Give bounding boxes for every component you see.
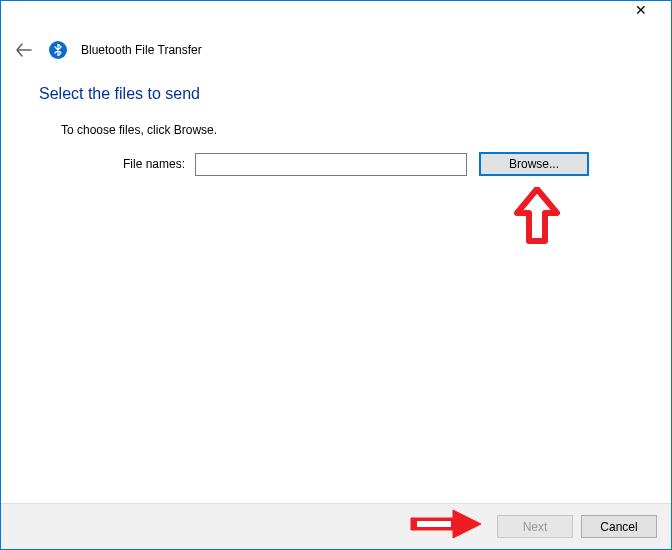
annotation-arrow-up bbox=[513, 187, 561, 249]
back-button[interactable] bbox=[15, 41, 33, 59]
bluetooth-icon bbox=[49, 41, 67, 59]
file-names-input[interactable] bbox=[195, 153, 467, 176]
wizard-footer: Next Cancel bbox=[1, 503, 671, 549]
cancel-button[interactable]: Cancel bbox=[581, 515, 657, 538]
next-button: Next bbox=[497, 515, 573, 538]
close-button[interactable]: ✕ bbox=[619, 3, 663, 23]
file-names-row: File names: Browse... bbox=[61, 152, 627, 176]
browse-button[interactable]: Browse... bbox=[479, 152, 589, 176]
app-title: Bluetooth File Transfer bbox=[81, 43, 202, 57]
file-names-label: File names: bbox=[61, 157, 195, 171]
page-heading: Select the files to send bbox=[39, 85, 200, 103]
instruction-text: To choose files, click Browse. bbox=[61, 123, 217, 137]
header: Bluetooth File Transfer bbox=[15, 38, 657, 62]
